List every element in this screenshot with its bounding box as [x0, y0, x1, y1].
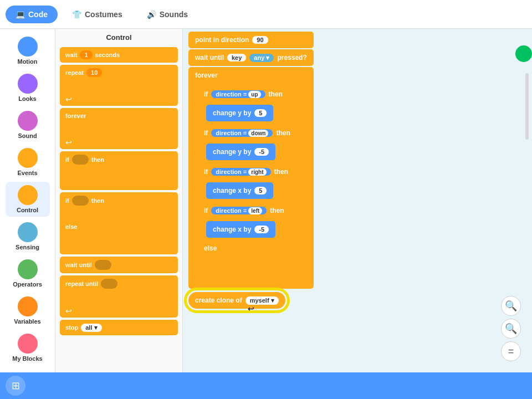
repeat-footer: ↩: [60, 93, 178, 106]
if-header-right[interactable]: if direction = right then: [197, 163, 311, 180]
wait-until-key-block[interactable]: wait until key any ▾ pressed?: [188, 49, 314, 66]
create-clone-wrapper: create clone of myself ▾ ↩: [188, 292, 314, 309]
if-direction-left: if direction = left then change x by -5 …: [197, 202, 311, 277]
if-header-down[interactable]: if direction = down then: [197, 125, 311, 141]
sprite-indicator: [515, 45, 532, 62]
if-header-up[interactable]: if direction = up then: [197, 86, 311, 103]
sidebar-item-myblocks[interactable]: My Blocks: [6, 330, 50, 365]
repeat-until-block[interactable]: repeat until: [60, 275, 178, 292]
looks-icon: [18, 74, 38, 94]
if-block-group: if then: [60, 151, 178, 190]
myblocks-icon: [18, 334, 38, 354]
create-clone-block[interactable]: create clone of myself ▾: [188, 292, 285, 309]
wait-until-block[interactable]: wait until: [60, 257, 178, 273]
zoom-reset-button[interactable]: =: [501, 341, 521, 361]
sensing-icon: [18, 222, 38, 242]
else-label-left: else: [197, 240, 311, 257]
if-up-body: change y by 5: [197, 103, 311, 124]
sidebar-item-sound[interactable]: Sound: [6, 108, 50, 142]
forever-body: if direction = up then change y by 5: [188, 84, 314, 279]
if-direction-down: if direction = down then change y by -5: [197, 125, 311, 162]
repeat-block-group: repeat 10 ↩: [60, 65, 178, 106]
blocks-palette: Control wait 1 seconds repeat 10 ↩ forev…: [55, 29, 183, 372]
sidebar-item-looks[interactable]: Looks: [6, 70, 50, 105]
if-body: [60, 168, 178, 180]
add-block-button[interactable]: ⊞: [6, 376, 25, 396]
repeat-until-footer: ↩: [60, 304, 178, 318]
forever-block[interactable]: forever: [60, 108, 178, 124]
tab-sounds[interactable]: 🔊 Sounds: [137, 6, 198, 23]
zoom-in-button[interactable]: 🔍: [501, 296, 521, 316]
zoom-out-icon: 🔍: [505, 323, 517, 335]
if-footer: [60, 180, 178, 190]
repeat-body: [60, 80, 178, 93]
operators-icon: [18, 259, 38, 279]
sidebar-item-operators[interactable]: Operators: [6, 256, 50, 291]
change-y-up[interactable]: change y by 5: [206, 105, 273, 121]
sidebar-item-events[interactable]: Events: [6, 145, 50, 180]
if-direction-up: if direction = up then change y by 5: [197, 86, 311, 124]
sidebar-item-variables[interactable]: Variables: [6, 293, 50, 328]
forever-footer: [188, 279, 314, 289]
motion-icon: [18, 37, 38, 57]
zoom-reset-icon: =: [508, 346, 514, 357]
left-blocks: point in direction 90 wait until key any…: [188, 32, 314, 309]
forever-block-group: forever ↩: [60, 108, 178, 149]
script-canvas[interactable]: point in direction 90 wait until key any…: [183, 29, 532, 372]
return-arrow: ↩: [248, 304, 254, 313]
if-else-footer: [60, 244, 178, 254]
repeat-until-body: [60, 292, 178, 304]
if-header-left[interactable]: if direction = left then: [197, 202, 311, 219]
zoom-controls: 🔍 🔍 =: [501, 296, 521, 361]
else-label: else: [60, 219, 178, 234]
if-else-body1: [60, 209, 178, 219]
change-y-down[interactable]: change y by -5: [206, 144, 275, 160]
change-x-right[interactable]: change x by 5: [206, 182, 273, 199]
change-x-left[interactable]: change x by -5: [206, 221, 275, 238]
palette-title: Control: [60, 33, 178, 42]
if-else-body2: [60, 234, 178, 244]
stop-block[interactable]: stop all ▾: [60, 320, 178, 335]
point-direction-block[interactable]: point in direction 90: [188, 32, 314, 48]
add-icon: ⊞: [12, 380, 20, 392]
sidebar-item-control[interactable]: Control: [6, 182, 50, 217]
code-icon: 💻: [16, 10, 25, 19]
if-down-body: change y by -5: [197, 141, 311, 162]
forever-block-canvas: forever if direction = up then: [188, 67, 314, 289]
sidebar-item-motion[interactable]: Motion: [6, 33, 50, 68]
repeat-block[interactable]: repeat 10: [60, 65, 178, 80]
control-icon: [18, 185, 38, 205]
sound-sidebar-icon: [18, 111, 38, 131]
sidebar: Motion Looks Sound Events Control Sensin…: [0, 29, 55, 372]
forever-header[interactable]: forever: [188, 67, 314, 84]
sidebar-item-sensing[interactable]: Sensing: [6, 219, 50, 254]
zoom-in-icon: 🔍: [505, 300, 517, 312]
if-else-block[interactable]: if then: [60, 192, 178, 209]
bottom-bar: ⊞: [0, 372, 532, 399]
if-right-body: change x by 5: [197, 180, 311, 201]
wait-block[interactable]: wait 1 seconds: [60, 47, 178, 63]
events-icon: [18, 148, 38, 168]
if-else-block-group: if then else: [60, 192, 178, 254]
zoom-out-button[interactable]: 🔍: [501, 319, 521, 339]
forever-body: [60, 124, 178, 136]
costume-icon: 👕: [72, 10, 81, 19]
if-left-body: change x by -5: [197, 219, 311, 240]
tab-costumes[interactable]: 👕 Costumes: [62, 6, 132, 23]
top-bar: 💻 Code 👕 Costumes 🔊 Sounds: [0, 0, 532, 29]
variables-icon: [18, 296, 38, 316]
if-direction-right: if direction = right then change x by 5: [197, 163, 311, 201]
repeat-until-block-group: repeat until ↩: [60, 275, 178, 318]
main-area: Motion Looks Sound Events Control Sensin…: [0, 29, 532, 372]
sound-icon: 🔊: [147, 10, 156, 19]
if-block[interactable]: if then: [60, 151, 178, 168]
else-body: [197, 257, 311, 268]
scrollbar-handle[interactable]: [525, 73, 529, 140]
forever-footer: ↩: [60, 136, 178, 149]
tab-code[interactable]: 💻 Code: [6, 6, 58, 23]
if-left-footer: [197, 268, 311, 277]
